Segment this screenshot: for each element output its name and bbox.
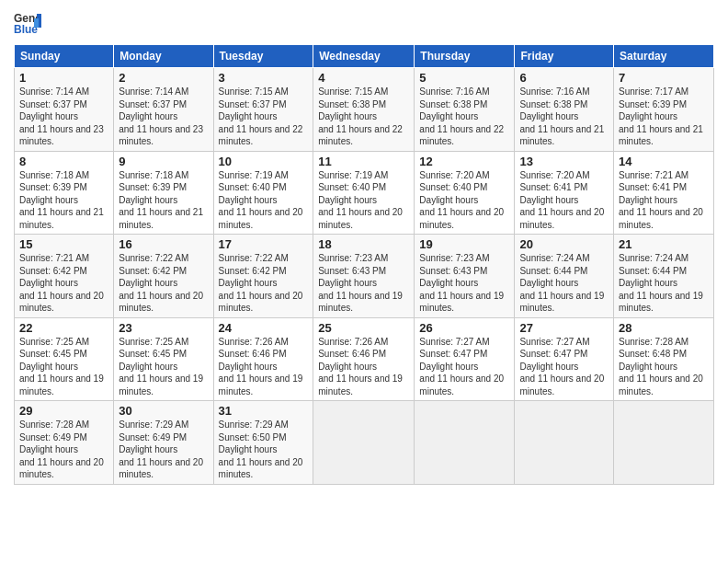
calendar-week-1: 1Sunrise: 7:14 AMSunset: 6:37 PMDaylight…: [15, 68, 714, 152]
day-number: 6: [519, 71, 609, 85]
day-info: Sunrise: 7:28 AMSunset: 6:48 PMDaylight …: [619, 336, 709, 398]
calendar-header-saturday: Saturday: [614, 45, 714, 68]
calendar-cell-day-16: 16Sunrise: 7:22 AMSunset: 6:42 PMDayligh…: [114, 235, 213, 318]
day-number: 26: [419, 321, 509, 335]
day-info: Sunrise: 7:25 AMSunset: 6:45 PMDaylight …: [119, 336, 208, 398]
day-info: Sunrise: 7:27 AMSunset: 6:47 PMDaylight …: [419, 336, 509, 398]
day-info: Sunrise: 7:15 AMSunset: 6:38 PMDaylight …: [318, 86, 409, 148]
day-info: Sunrise: 7:22 AMSunset: 6:42 PMDaylight …: [119, 252, 208, 315]
calendar-cell-day-14: 14Sunrise: 7:21 AMSunset: 6:41 PMDayligh…: [614, 151, 714, 235]
calendar-cell-day-4: 4Sunrise: 7:15 AMSunset: 6:38 PMDaylight…: [313, 68, 415, 152]
day-number: 7: [619, 71, 709, 85]
calendar-header-thursday: Thursday: [415, 45, 515, 68]
day-number: 10: [219, 155, 309, 168]
day-info: Sunrise: 7:18 AMSunset: 6:39 PMDaylight …: [19, 169, 108, 232]
day-number: 13: [519, 155, 609, 168]
day-number: 22: [19, 321, 108, 335]
day-number: 12: [419, 155, 509, 168]
day-info: Sunrise: 7:16 AMSunset: 6:38 PMDaylight …: [519, 86, 609, 148]
day-info: Sunrise: 7:18 AMSunset: 6:39 PMDaylight …: [119, 169, 208, 232]
calendar-cell-day-27: 27Sunrise: 7:27 AMSunset: 6:47 PMDayligh…: [515, 317, 614, 401]
calendar-cell-day-5: 5Sunrise: 7:16 AMSunset: 6:38 PMDaylight…: [415, 68, 515, 152]
day-number: 19: [419, 237, 509, 251]
day-info: Sunrise: 7:29 AMSunset: 6:49 PMDaylight …: [119, 419, 208, 481]
day-number: 1: [19, 71, 108, 85]
calendar-cell-day-31: 31Sunrise: 7:29 AMSunset: 6:50 PMDayligh…: [213, 401, 313, 485]
day-number: 17: [219, 237, 309, 251]
day-number: 2: [119, 71, 208, 85]
day-info: Sunrise: 7:24 AMSunset: 6:44 PMDaylight …: [519, 252, 609, 315]
day-number: 8: [19, 155, 108, 168]
day-number: 23: [119, 321, 208, 335]
calendar-cell-day-11: 11Sunrise: 7:19 AMSunset: 6:40 PMDayligh…: [313, 151, 415, 235]
day-number: 21: [619, 237, 709, 251]
page-header: General Blue: [14, 9, 714, 37]
calendar-cell-day-13: 13Sunrise: 7:20 AMSunset: 6:41 PMDayligh…: [515, 151, 614, 235]
calendar-cell-day-6: 6Sunrise: 7:16 AMSunset: 6:38 PMDaylight…: [515, 68, 614, 152]
calendar-cell-day-10: 10Sunrise: 7:19 AMSunset: 6:40 PMDayligh…: [213, 151, 313, 235]
day-number: 14: [619, 155, 709, 168]
day-number: 29: [19, 404, 108, 418]
calendar-cell-day-8: 8Sunrise: 7:18 AMSunset: 6:39 PMDaylight…: [15, 151, 114, 235]
day-info: Sunrise: 7:21 AMSunset: 6:42 PMDaylight …: [19, 252, 108, 315]
calendar-cell-day-7: 7Sunrise: 7:17 AMSunset: 6:39 PMDaylight…: [614, 68, 714, 152]
calendar-week-5: 29Sunrise: 7:28 AMSunset: 6:49 PMDayligh…: [15, 401, 714, 485]
day-number: 4: [318, 71, 409, 85]
day-number: 5: [419, 71, 509, 85]
day-info: Sunrise: 7:24 AMSunset: 6:44 PMDaylight …: [619, 252, 709, 315]
calendar-cell-day-17: 17Sunrise: 7:22 AMSunset: 6:42 PMDayligh…: [213, 235, 313, 318]
calendar-header-friday: Friday: [515, 45, 614, 68]
day-number: 3: [219, 71, 309, 85]
day-info: Sunrise: 7:23 AMSunset: 6:43 PMDaylight …: [419, 252, 509, 315]
calendar-cell-day-15: 15Sunrise: 7:21 AMSunset: 6:42 PMDayligh…: [15, 235, 114, 318]
calendar-cell-day-1: 1Sunrise: 7:14 AMSunset: 6:37 PMDaylight…: [15, 68, 114, 152]
calendar-cell-empty: [515, 401, 614, 485]
day-number: 27: [519, 321, 609, 335]
day-number: 28: [619, 321, 709, 335]
calendar-cell-day-22: 22Sunrise: 7:25 AMSunset: 6:45 PMDayligh…: [15, 317, 114, 401]
calendar-cell-day-18: 18Sunrise: 7:23 AMSunset: 6:43 PMDayligh…: [313, 235, 415, 318]
calendar-week-3: 15Sunrise: 7:21 AMSunset: 6:42 PMDayligh…: [15, 235, 714, 318]
day-info: Sunrise: 7:15 AMSunset: 6:37 PMDaylight …: [219, 86, 309, 148]
calendar-cell-day-21: 21Sunrise: 7:24 AMSunset: 6:44 PMDayligh…: [614, 235, 714, 318]
page-container: General Blue SundayMondayTuesdayWednesda…: [0, 0, 728, 494]
calendar-cell-day-23: 23Sunrise: 7:25 AMSunset: 6:45 PMDayligh…: [114, 317, 213, 401]
calendar-cell-day-29: 29Sunrise: 7:28 AMSunset: 6:49 PMDayligh…: [15, 401, 114, 485]
logo: General Blue: [14, 9, 41, 37]
calendar-header-monday: Monday: [114, 45, 213, 68]
day-info: Sunrise: 7:23 AMSunset: 6:43 PMDaylight …: [318, 252, 409, 315]
day-number: 24: [219, 321, 309, 335]
day-info: Sunrise: 7:28 AMSunset: 6:49 PMDaylight …: [19, 419, 108, 481]
day-number: 18: [318, 237, 409, 251]
calendar-cell-day-25: 25Sunrise: 7:26 AMSunset: 6:46 PMDayligh…: [313, 317, 415, 401]
calendar-week-4: 22Sunrise: 7:25 AMSunset: 6:45 PMDayligh…: [15, 317, 714, 401]
calendar-cell-day-3: 3Sunrise: 7:15 AMSunset: 6:37 PMDaylight…: [213, 68, 313, 152]
day-number: 11: [318, 155, 409, 168]
calendar-week-2: 8Sunrise: 7:18 AMSunset: 6:39 PMDaylight…: [15, 151, 714, 235]
calendar-cell-day-28: 28Sunrise: 7:28 AMSunset: 6:48 PMDayligh…: [614, 317, 714, 401]
day-number: 9: [119, 155, 208, 168]
day-info: Sunrise: 7:17 AMSunset: 6:39 PMDaylight …: [619, 86, 709, 148]
day-number: 15: [19, 237, 108, 251]
day-number: 25: [318, 321, 409, 335]
calendar-cell-day-26: 26Sunrise: 7:27 AMSunset: 6:47 PMDayligh…: [415, 317, 515, 401]
calendar-cell-day-12: 12Sunrise: 7:20 AMSunset: 6:40 PMDayligh…: [415, 151, 515, 235]
calendar-cell-day-30: 30Sunrise: 7:29 AMSunset: 6:49 PMDayligh…: [114, 401, 213, 485]
calendar-cell-day-20: 20Sunrise: 7:24 AMSunset: 6:44 PMDayligh…: [515, 235, 614, 318]
day-info: Sunrise: 7:20 AMSunset: 6:41 PMDaylight …: [519, 169, 609, 232]
calendar-cell-empty: [415, 401, 515, 485]
day-number: 20: [519, 237, 609, 251]
day-info: Sunrise: 7:19 AMSunset: 6:40 PMDaylight …: [219, 169, 309, 232]
calendar-header-tuesday: Tuesday: [213, 45, 313, 68]
calendar-cell-empty: [313, 401, 415, 485]
day-info: Sunrise: 7:19 AMSunset: 6:40 PMDaylight …: [318, 169, 409, 232]
day-info: Sunrise: 7:26 AMSunset: 6:46 PMDaylight …: [318, 336, 409, 398]
svg-marker-3: [34, 18, 39, 28]
day-info: Sunrise: 7:21 AMSunset: 6:41 PMDaylight …: [619, 169, 709, 232]
day-info: Sunrise: 7:29 AMSunset: 6:50 PMDaylight …: [219, 419, 309, 481]
day-info: Sunrise: 7:14 AMSunset: 6:37 PMDaylight …: [19, 86, 108, 148]
calendar-cell-day-24: 24Sunrise: 7:26 AMSunset: 6:46 PMDayligh…: [213, 317, 313, 401]
day-info: Sunrise: 7:14 AMSunset: 6:37 PMDaylight …: [119, 86, 208, 148]
day-number: 31: [219, 404, 309, 418]
calendar-cell-empty: [614, 401, 714, 485]
